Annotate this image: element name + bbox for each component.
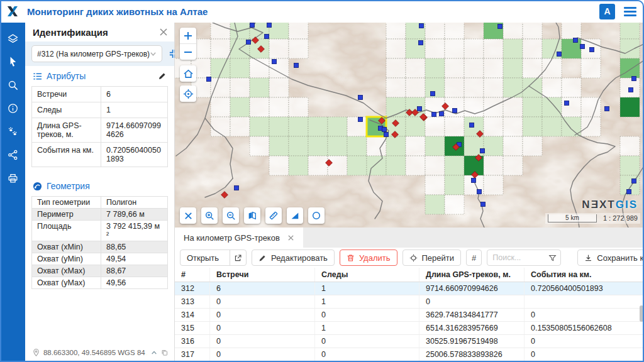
grid-cell[interactable]: [425, 195, 445, 214]
table-cell[interactable]: 6514.316283957669: [419, 322, 525, 334]
track-point-marker[interactable]: [419, 24, 424, 28]
table-cell[interactable]: 1: [315, 282, 419, 295]
grid-cell[interactable]: [523, 78, 542, 97]
grid-cell[interactable]: [386, 39, 406, 58]
grid-cell[interactable]: [367, 136, 386, 156]
track-point-marker[interactable]: [580, 45, 585, 49]
grid-cell[interactable]: [269, 156, 289, 175]
zoom-in-box-button[interactable]: [201, 207, 218, 224]
table-row[interactable]: 314003629.7481348417770: [175, 309, 644, 322]
grid-cell[interactable]: [484, 175, 503, 195]
grid-cell[interactable]: [289, 97, 308, 117]
grid-cell[interactable]: [406, 117, 425, 136]
track-point-marker[interactable]: [477, 190, 482, 194]
grid-cell[interactable]: [211, 58, 230, 78]
grid-cell[interactable]: [386, 136, 406, 156]
table-cell[interactable]: 0: [315, 309, 419, 321]
table-cell[interactable]: 315: [175, 322, 210, 334]
map-view[interactable]: NƎXTGIS 5 km 1 : 272 989: [175, 23, 644, 228]
home-extent-button[interactable]: [180, 65, 196, 82]
track-point-marker[interactable]: [207, 77, 211, 82]
grid-cell[interactable]: [581, 58, 601, 78]
grid-cell[interactable]: [289, 136, 308, 156]
table-cell[interactable]: 0: [419, 295, 525, 308]
table-cell[interactable]: 0: [315, 348, 419, 361]
table-cell[interactable]: 0: [210, 309, 315, 321]
track-point-marker[interactable]: [418, 107, 422, 111]
grid-cell[interactable]: [523, 39, 542, 58]
goto-button[interactable]: Перейти: [402, 250, 462, 266]
table-cell[interactable]: 316: [175, 335, 210, 348]
track-point-marker[interactable]: [272, 60, 277, 64]
grid-cell[interactable]: [484, 78, 503, 97]
grid-cell[interactable]: [230, 58, 250, 78]
grid-cell[interactable]: [445, 117, 464, 136]
track-point-marker[interactable]: [481, 202, 486, 207]
table-row[interactable]: 3160030525.919675194980: [175, 335, 644, 348]
grid-cell[interactable]: [503, 117, 523, 136]
table-scrollbar[interactable]: [640, 305, 643, 322]
table-cell[interactable]: Встречи: [210, 268, 315, 282]
identify-cursor-icon[interactable]: [3, 52, 22, 71]
grid-cell[interactable]: [347, 117, 367, 136]
track-point-marker[interactable]: [627, 190, 631, 194]
grid-cell[interactable]: [503, 78, 523, 97]
table-cell[interactable]: 0: [315, 335, 419, 348]
grid-cell[interactable]: [464, 97, 484, 117]
track-point-marker[interactable]: [294, 63, 299, 68]
feature-select[interactable]: #312 (На километр GPS-треков): [31, 45, 162, 62]
grid-cell[interactable]: [250, 136, 269, 156]
table-cell[interactable]: 6: [210, 282, 315, 295]
track-point-marker[interactable]: [247, 40, 251, 45]
edit-button[interactable]: Редактировать: [252, 250, 335, 266]
swipe-layers-button[interactable]: [244, 207, 260, 224]
grid-cell[interactable]: [542, 78, 562, 97]
tab-close-icon[interactable]: [287, 234, 294, 241]
table-cell[interactable]: 312: [175, 282, 210, 295]
menu-icon[interactable]: [623, 6, 638, 18]
table-cell[interactable]: 1: [315, 295, 419, 308]
info-icon[interactable]: [3, 99, 22, 118]
table-cell[interactable]: Длина GPS-треков, м.: [419, 268, 525, 282]
map-canvas[interactable]: [175, 23, 644, 228]
grid-cell[interactable]: [484, 97, 503, 117]
table-cell[interactable]: 0: [210, 295, 315, 308]
track-point-marker[interactable]: [574, 38, 578, 43]
grid-cell[interactable]: [542, 97, 562, 117]
grid-cell[interactable]: [562, 39, 581, 58]
grid-cell[interactable]: [620, 58, 640, 78]
table-cell[interactable]: 0: [525, 348, 644, 361]
grid-cell[interactable]: [230, 117, 250, 136]
clear-selection-button[interactable]: [180, 207, 196, 224]
grid-cell[interactable]: [289, 117, 308, 136]
measure-area-button[interactable]: [287, 207, 303, 224]
table-cell[interactable]: 30525.91967519498: [419, 335, 525, 348]
grid-cell[interactable]: [347, 136, 367, 156]
search-input[interactable]: [492, 253, 546, 262]
grid-cell[interactable]: [523, 136, 542, 156]
grid-cell[interactable]: [484, 58, 503, 78]
grid-cell[interactable]: [484, 156, 503, 175]
track-point-marker[interactable]: [267, 23, 272, 28]
grid-cell[interactable]: [542, 117, 562, 136]
zoom-out-button[interactable]: [180, 44, 196, 60]
table-row[interactable]: 313010: [175, 295, 644, 309]
grid-cell[interactable]: [269, 136, 289, 156]
grid-cell[interactable]: [328, 117, 347, 136]
copy-icon[interactable]: [161, 349, 168, 356]
grid-cell[interactable]: [620, 156, 640, 175]
grid-cell[interactable]: [269, 39, 289, 58]
grid-cell[interactable]: [289, 39, 308, 58]
grid-cell[interactable]: [620, 97, 640, 117]
grid-cell[interactable]: [211, 78, 230, 97]
track-point-marker[interactable]: [358, 96, 363, 100]
grid-cell[interactable]: [562, 97, 581, 117]
grid-cell[interactable]: [328, 156, 347, 175]
layers-icon[interactable]: [3, 29, 22, 48]
grid-cell[interactable]: [425, 117, 445, 136]
grid-cell[interactable]: [425, 136, 445, 156]
track-point-marker[interactable]: [384, 133, 389, 137]
grid-cell[interactable]: [269, 117, 289, 136]
track-point-marker[interactable]: [629, 88, 633, 92]
track-point-marker[interactable]: [358, 118, 363, 122]
